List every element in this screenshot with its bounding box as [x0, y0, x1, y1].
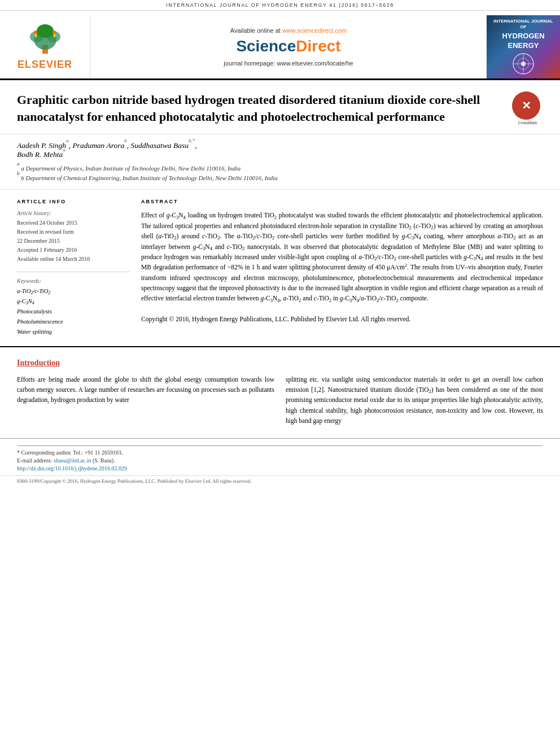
footnote-corresponding: * Corresponding author. Tel.: +91 11 265… [17, 449, 543, 456]
keywords-section: Keywords: a-TiO2/c-TiO2 g-C3N4 Photocata… [17, 278, 130, 337]
page-footer-copyright: 0360-3199/Copyright © 2016, Hydrogen Ene… [17, 478, 251, 484]
author-4: Bodh R. Mehta [17, 150, 63, 159]
sciencedirect-url[interactable]: www.sciencedirect.com [282, 27, 347, 34]
intro-left-text: Efforts are being made around the globe … [17, 376, 274, 404]
svg-point-7 [34, 30, 37, 34]
affiliation-a-text: a Department of Physics, Indian Institut… [21, 165, 240, 172]
email-link[interactable]: sbasu@iitd.ac.in [54, 457, 91, 464]
journal-thumb-graphic [506, 53, 540, 75]
history-received: Received 24 October 2015 [17, 219, 130, 228]
author-3-sup: b,* [189, 138, 195, 143]
svg-point-4 [37, 24, 54, 38]
affiliations: a a Department of Physics, Indian Instit… [17, 164, 543, 182]
affiliation-a: a a Department of Physics, Indian Instit… [17, 164, 543, 173]
abstract-title: ABSTRACT [141, 199, 543, 204]
history-label: Article history: [17, 210, 130, 216]
elsevier-tree-icon [23, 23, 68, 56]
journal-header-bar: INTERNATIONAL JOURNAL OF HYDROGEN ENERGY… [0, 0, 560, 11]
introduction-heading: Introduction [17, 359, 543, 368]
article-title-section: Graphitic carbon nitride based hydrogen … [0, 80, 560, 134]
article-info-column: ARTICLE INFO Article history: Received 2… [17, 199, 130, 337]
available-online-text: Available online at www.sciencedirect.co… [230, 27, 347, 34]
corresponding-author-text: * Corresponding author. Tel.: +91 11 265… [17, 449, 123, 456]
journal-citation: INTERNATIONAL JOURNAL OF HYDROGEN ENERGY… [166, 2, 394, 8]
history-accepted: Accepted 1 February 2016 [17, 246, 130, 255]
sciencedirect-logo: ScienceDirect [236, 37, 340, 55]
journal-header: ELSEVIER Available online at www.science… [0, 11, 560, 80]
intro-right-text: splitting etc. via sunlight using semico… [286, 376, 543, 425]
keywords-label: Keywords: [17, 278, 130, 284]
author-2: Praduman Arora [72, 141, 124, 150]
footnote-email: E-mail address: sbasu@iitd.ac.in (S. Bas… [17, 457, 543, 464]
footnotes-area: * Corresponding author. Tel.: +91 11 265… [0, 438, 560, 475]
authors-line: Aadesh P. Singha, Praduman Arorab, Suddh… [17, 141, 543, 159]
abstract-body: Effect of g-C3N4 loading on hydrogen tre… [141, 210, 543, 324]
keyword-4: Photoluminescence [17, 317, 130, 327]
author-2-sup: b [124, 138, 127, 143]
author-4-sup: a [63, 147, 65, 152]
author-1: Aadesh P. Singh [17, 141, 66, 150]
copyright-abstract: Copyright © 2016, Hydrogen Energy Public… [141, 316, 410, 322]
elsevier-logo-area: ELSEVIER [0, 15, 90, 78]
history-divider [17, 272, 130, 272]
journal-thumb-line2: HYDROGEN [502, 32, 544, 41]
journal-homepage-text: journal homepage: www.elsevier.com/locat… [224, 60, 353, 67]
introduction-two-col: Efforts are being made around the globe … [17, 374, 543, 426]
affiliation-b-text: b Department of Chemical Engineering, In… [21, 174, 278, 181]
svg-point-8 [53, 30, 56, 34]
keyword-3: Photocatalysts [17, 307, 130, 317]
keyword-2: g-C3N4 [17, 296, 130, 307]
article-history: Article history: Received 24 October 201… [17, 210, 130, 264]
author-1-sup: a [66, 138, 69, 143]
history-online: Available online 14 March 2016 [17, 255, 130, 264]
crossmark-label: CrossMark [512, 121, 543, 125]
keyword-5: Water splitting [17, 327, 130, 337]
journal-homepage-line: journal homepage: www.elsevier.com/locat… [224, 60, 353, 67]
page-footer: 0360-3199/Copyright © 2016, Hydrogen Ene… [0, 475, 560, 486]
introduction-section: Introduction Efforts are being made arou… [0, 347, 560, 438]
elsevier-wordmark: ELSEVIER [18, 59, 72, 71]
crossmark-badge[interactable]: ✕ CrossMark [512, 91, 543, 123]
footnote-divider [17, 445, 543, 446]
sd-logo-blue: Science [236, 37, 296, 55]
abstract-column: ABSTRACT Effect of g-C3N4 loading on hyd… [141, 199, 543, 337]
journal-thumbnail: International Journal of HYDROGEN ENERGY [487, 15, 560, 78]
author-3: Suddhasatwa Basu [131, 141, 189, 150]
article-title: Graphitic carbon nitride based hydrogen … [17, 91, 543, 125]
authors-section: Aadesh P. Singha, Praduman Arorab, Suddh… [0, 134, 560, 190]
history-revised-label: Received in revised form [17, 228, 130, 237]
history-revised-date: 22 December 2015 [17, 237, 130, 246]
crossmark-icon: ✕ [512, 91, 540, 120]
intro-right-col: splitting etc. via sunlight using semico… [286, 374, 543, 426]
intro-left-col: Efforts are being made around the globe … [17, 374, 274, 426]
footnote-doi: http://dx.doi.org/10.1016/j.ijhydene.201… [17, 465, 543, 471]
sd-logo-orange: Direct [296, 37, 340, 55]
article-info-title: ARTICLE INFO [17, 199, 130, 204]
journal-thumb-line3: ENERGY [508, 41, 539, 50]
doi-link[interactable]: http://dx.doi.org/10.1016/j.ijhydene.201… [17, 465, 127, 471]
main-content-area: ARTICLE INFO Article history: Received 2… [0, 190, 560, 347]
keyword-1: a-TiO2/c-TiO2 [17, 286, 130, 296]
journal-thumb-line1: International Journal of [490, 19, 557, 30]
journal-center: Available online at www.sciencedirect.co… [90, 15, 487, 78]
affiliation-b: b b Department of Chemical Engineering, … [17, 173, 543, 183]
